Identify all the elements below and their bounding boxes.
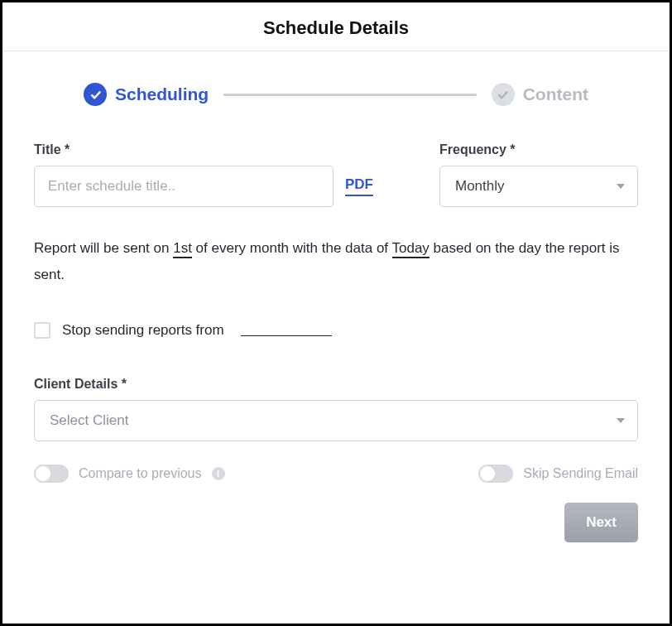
stepper: Scheduling Content	[34, 83, 638, 106]
skip-email-toggle[interactable]	[478, 465, 513, 483]
frequency-value: Monthly	[455, 178, 505, 195]
check-icon	[492, 83, 515, 106]
step-scheduling[interactable]: Scheduling	[84, 83, 209, 106]
schedule-summary-text: Report will be sent on 1st of every mont…	[34, 235, 638, 289]
frequency-select[interactable]: Monthly	[439, 166, 638, 207]
stop-sending-date-input[interactable]	[241, 325, 332, 336]
step-label: Content	[523, 84, 588, 104]
day-of-month-value[interactable]: 1st	[173, 240, 192, 258]
step-content[interactable]: Content	[492, 83, 588, 106]
compare-label: Compare to previous	[79, 466, 202, 481]
stop-sending-label: Stop sending reports from	[62, 322, 224, 339]
title-input[interactable]	[34, 166, 334, 207]
dialog-header: Schedule Details	[2, 2, 670, 51]
info-icon[interactable]: i	[212, 467, 225, 480]
page-title: Schedule Details	[2, 17, 670, 39]
pdf-link[interactable]: PDF	[345, 176, 373, 196]
compare-toggle[interactable]	[34, 465, 69, 483]
client-details-label: Client Details *	[34, 377, 638, 392]
skip-email-label: Skip Sending Email	[523, 466, 638, 481]
client-select-value: Select Client	[50, 412, 128, 429]
stop-sending-checkbox[interactable]	[34, 322, 50, 339]
stepper-line	[223, 94, 476, 96]
step-label: Scheduling	[115, 84, 209, 104]
client-select[interactable]: Select Client	[34, 400, 638, 441]
next-button[interactable]: Next	[564, 503, 638, 542]
check-icon	[84, 83, 107, 106]
frequency-label: Frequency *	[439, 142, 638, 157]
title-label: Title *	[34, 142, 373, 157]
data-range-value[interactable]: Today	[392, 240, 430, 258]
